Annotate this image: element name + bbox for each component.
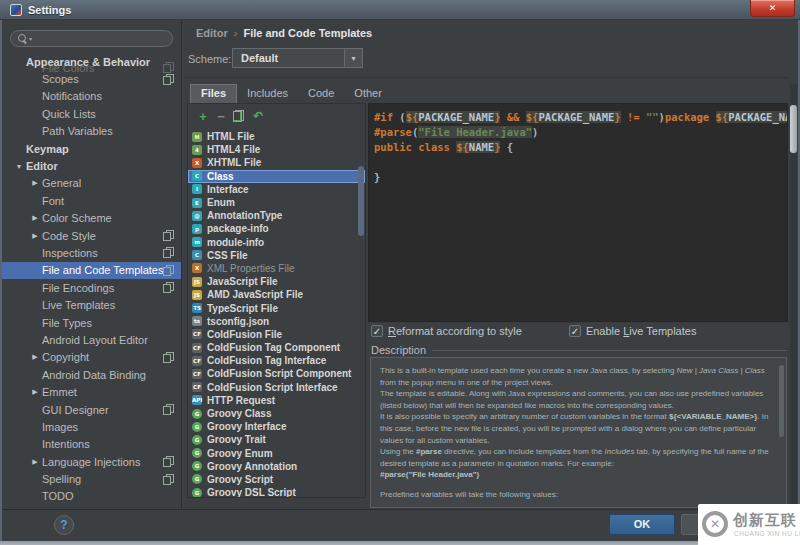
template-editor[interactable]: #if (${PACKAGE_NAME} && ${PACKAGE_NAME} … [368,103,788,322]
template-item-groovy-enum[interactable]: GGroovy Enum [188,447,365,460]
sidebar-item-live-templates[interactable]: Live Templates [2,296,181,313]
sidebar-item-color-scheme[interactable]: ▶Color Scheme [2,210,181,227]
description-scrollbar[interactable] [779,365,784,437]
chevron-right-icon[interactable]: ▶ [28,232,42,240]
sidebar-item-emmet[interactable]: ▶Emmet [2,383,181,400]
template-item-javascript-file[interactable]: JSJavaScript File [188,275,365,288]
sidebar-item-file-and-code-templates[interactable]: File and Code Templates [2,262,181,279]
reformat-checkbox[interactable]: ✓ Reformat according to style [371,325,522,337]
tab-code[interactable]: Code [298,84,344,103]
sidebar-item-gui-designer[interactable]: GUI Designer [2,401,181,418]
sidebar-item-spelling[interactable]: Spelling [2,470,181,487]
scheme-select[interactable]: Default ▾ [232,48,363,68]
copy-template-icon[interactable] [233,110,245,122]
sidebar-item-copyright[interactable]: ▶Copyright [2,349,181,366]
template-item-class[interactable]: CClass [188,170,365,183]
ok-button[interactable]: OK [609,514,675,535]
file-type-icon: G [192,488,202,498]
template-item-groovy-annotation[interactable]: GGroovy Annotation [188,460,365,473]
template-item-label: ColdFusion Script Interface [207,382,338,393]
content-scrollbar-thumb[interactable] [790,105,797,153]
template-item-coldfusion-script-component[interactable]: CFColdFusion Script Component [188,367,365,380]
file-type-icon: G [192,435,202,445]
template-item-http-request[interactable]: APIHTTP Request [188,394,365,407]
description-panel: This is a built-in template used each ti… [370,357,787,508]
template-item-groovy-interface[interactable]: GGroovy Interface [188,420,365,433]
template-item-groovy-class[interactable]: GGroovy Class [188,407,365,420]
template-item-tsconfig-json[interactable]: tstsconfig.json [188,315,365,328]
shared-settings-badge-icon [163,456,174,467]
tab-other[interactable]: Other [344,84,392,103]
chevron-right-icon[interactable]: ▶ [28,214,42,222]
sidebar-item-quick-lists[interactable]: Quick Lists [2,105,181,122]
chevron-down-icon[interactable]: ▾ [344,49,362,67]
content-scrollbar[interactable] [790,84,797,508]
search-input[interactable]: ▾ [10,30,173,47]
template-item-enum[interactable]: EEnum [188,196,365,209]
template-item-html4-file[interactable]: 4HTML4 File [188,143,365,156]
sidebar-item-intentions[interactable]: Intentions [2,436,181,453]
template-item-xml-properties-file[interactable]: XXML Properties File [188,262,365,275]
tab-files[interactable]: Files [190,84,237,103]
file-type-icon: p [192,224,202,234]
remove-template-icon[interactable]: − [212,109,230,124]
template-item-label: CSS File [207,250,248,261]
sidebar-item-android-data-binding[interactable]: Android Data Binding [2,366,181,383]
add-template-icon[interactable]: + [194,109,212,124]
chevron-right-icon[interactable]: ▶ [28,179,42,187]
sidebar-item-inspections[interactable]: Inspections [2,244,181,261]
template-item-amd-javascript-file[interactable]: JSAMD JavaScript File [188,288,365,301]
chevron-down-icon[interactable]: ▼ [12,163,26,170]
template-item-coldfusion-tag-interface[interactable]: CFColdFusion Tag Interface [188,354,365,367]
template-item-coldfusion-script-interface[interactable]: CFColdFusion Script Interface [188,381,365,394]
template-item-css-file[interactable]: CCSS File [188,249,365,262]
template-item-label: Class [207,171,234,182]
file-type-icon: JS [192,277,202,287]
reset-template-icon[interactable]: ↶ [249,109,267,123]
chevron-right-icon[interactable]: ▶ [28,458,42,466]
template-item-interface[interactable]: IInterface [188,183,365,196]
sidebar-item-file-encodings[interactable]: File Encodings [2,279,181,296]
live-templates-label: Enable Live Templates [586,325,697,337]
sidebar-item-label: Language Injections [42,456,140,468]
sidebar-item-label: Editor [26,160,58,172]
sidebar-item-keymap[interactable]: Keymap [2,140,181,157]
chevron-right-icon[interactable]: ▶ [28,353,42,361]
sidebar-item-font[interactable]: Font [2,192,181,209]
sidebar-item-path-variables[interactable]: Path Variables [2,123,181,140]
tab-includes[interactable]: Includes [237,84,298,103]
help-button[interactable]: ? [54,515,74,535]
template-item-label: Groovy Enum [207,448,273,459]
template-item-label: AMD JavaScript File [207,289,303,300]
sidebar-item-general[interactable]: ▶General [2,175,181,192]
live-templates-checkbox[interactable]: ✓ Enable Live Templates [569,325,697,337]
sidebar-item-file-types[interactable]: File Types [2,314,181,331]
search-options-caret-icon[interactable]: ▾ [29,35,32,42]
sidebar-item-notifications[interactable]: Notifications [2,88,181,105]
file-type-icon: H [192,132,202,142]
sidebar-item-language-injections[interactable]: ▶Language Injections [2,453,181,470]
sidebar-item-todo[interactable]: TODO [2,488,181,505]
template-item-label: ColdFusion Tag Component [207,342,340,353]
sidebar-item-editor[interactable]: ▼Editor [2,157,181,174]
template-item-coldfusion-file[interactable]: CFColdFusion File [188,328,365,341]
breadcrumb-section[interactable]: Editor [196,27,228,39]
template-item-module-info[interactable]: mmodule-info [188,236,365,249]
template-item-annotationtype[interactable]: @AnnotationType [188,209,365,222]
close-button[interactable]: ✕ [750,0,795,17]
template-list-scrollbar[interactable] [358,166,364,236]
chevron-right-icon[interactable]: ▶ [28,388,42,396]
template-item-coldfusion-tag-component[interactable]: CFColdFusion Tag Component [188,341,365,354]
template-item-label: JavaScript File [207,276,278,287]
sidebar-item-images[interactable]: Images [2,418,181,435]
sidebar-item-code-style[interactable]: ▶Code Style [2,227,181,244]
template-item-typescript-file[interactable]: TSTypeScript File [188,301,365,314]
template-item-groovy-script[interactable]: GGroovy Script [188,473,365,486]
template-item-html-file[interactable]: HHTML File [188,130,365,143]
template-item-xhtml-file[interactable]: XXHTML File [188,156,365,169]
template-item-groovy-dsl-script[interactable]: GGroovy DSL Script [188,486,365,498]
sidebar-item-android-layout-editor[interactable]: Android Layout Editor [2,331,181,348]
template-item-label: HTML File [207,131,255,142]
template-item-package-info[interactable]: ppackage-info [188,222,365,235]
template-item-groovy-trait[interactable]: GGroovy Trait [188,433,365,446]
